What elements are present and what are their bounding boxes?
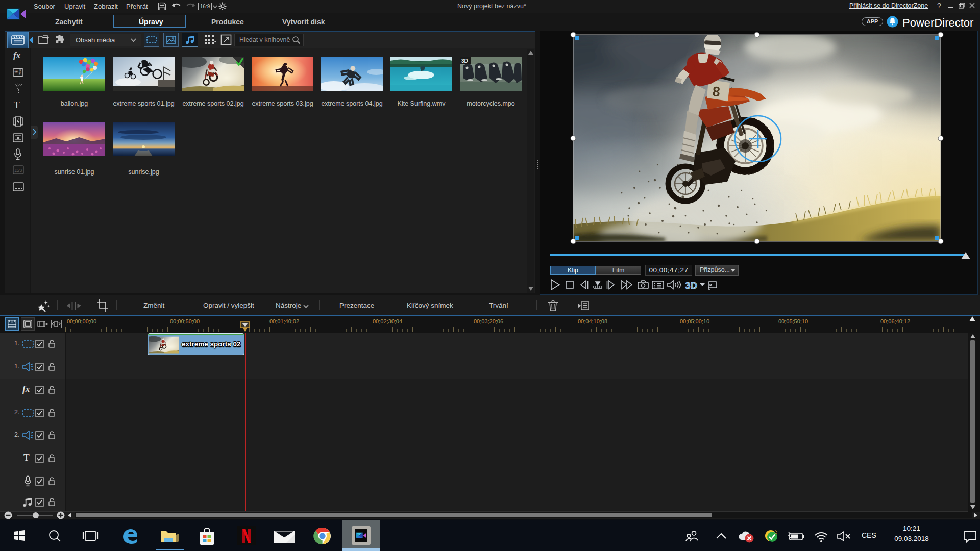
svg-text:123: 123	[15, 168, 22, 173]
svg-text:3D: 3D	[685, 280, 697, 291]
svg-text:✳: ✳	[18, 68, 22, 73]
svg-text:3D: 3D	[461, 58, 468, 64]
